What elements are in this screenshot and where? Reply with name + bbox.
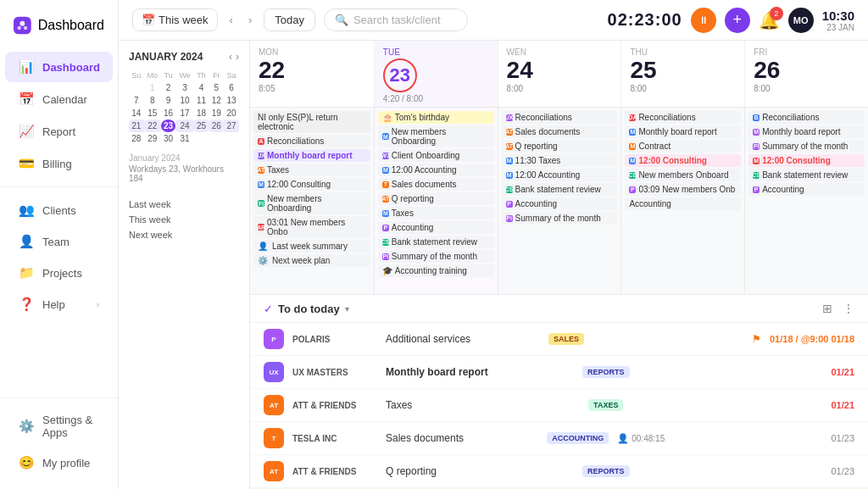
today-button[interactable]: Today <box>264 8 315 31</box>
mini-cal-next[interactable]: › <box>236 51 239 63</box>
cal-event[interactable]: M 12:00 Consulting <box>748 154 865 167</box>
cal-date[interactable]: 15 <box>144 107 161 119</box>
cal-event[interactable]: Accounting <box>625 197 741 210</box>
cal-event[interactable]: M Contract <box>625 140 741 153</box>
user-avatar[interactable]: MO <box>788 8 814 33</box>
cal-event[interactable]: FI New members Onboarding <box>253 192 370 214</box>
cal-event[interactable]: CS Bank statement review <box>378 236 494 248</box>
cal-event[interactable]: AT Taxes <box>253 164 370 176</box>
cal-date[interactable]: 29 <box>144 132 161 145</box>
notification-button[interactable]: 🔔 2 <box>759 10 780 31</box>
mini-cal-prev[interactable]: ‹ <box>229 51 232 63</box>
cal-date[interactable]: 17 <box>175 107 193 119</box>
cal-event[interactable]: M Monthly board report <box>625 125 741 138</box>
cal-event[interactable]: 🎓 Accounting training <box>378 264 494 277</box>
cal-event[interactable]: UX Reconciliations <box>502 111 618 124</box>
cal-date[interactable]: 27 <box>224 119 239 132</box>
cal-event[interactable]: B Reconciliations <box>748 111 865 124</box>
cal-event[interactable]: W1 Client Onboarding <box>378 149 494 162</box>
cal-date[interactable]: 24 <box>175 119 193 132</box>
cal-date[interactable]: 2 <box>161 81 176 94</box>
next-week-button[interactable]: › <box>245 12 255 28</box>
cal-event[interactable]: M Taxes <box>378 207 494 219</box>
cal-event[interactable]: P Accounting <box>748 183 865 196</box>
next-week-link[interactable]: Next week <box>129 227 239 242</box>
cal-event[interactable]: AT Q reporting <box>502 140 618 153</box>
cal-date[interactable]: 5 <box>209 81 224 94</box>
cal-date[interactable]: 14 <box>129 107 144 119</box>
sidebar-item-clients[interactable]: 👥 Clients <box>5 195 113 225</box>
cal-event[interactable]: M 11:30 Taxes <box>502 154 618 167</box>
sidebar-item-projects[interactable]: 📁 Projects <box>5 258 113 288</box>
cal-date[interactable]: 8 <box>144 94 161 107</box>
week-selector[interactable]: 📅 This week <box>132 8 218 31</box>
cal-event[interactable]: P Accounting <box>502 197 618 210</box>
cal-date[interactable] <box>129 81 144 94</box>
cal-date[interactable]: 28 <box>129 132 144 145</box>
prev-week-button[interactable]: ‹ <box>226 12 236 28</box>
cal-date-today[interactable]: 23 <box>161 119 176 132</box>
sidebar-item-profile[interactable]: 😊 My profile <box>5 447 113 478</box>
cal-event[interactable]: 🎂 Tom's birthday <box>378 111 494 124</box>
cal-date[interactable]: 4 <box>194 81 209 94</box>
add-button[interactable]: + <box>725 8 750 33</box>
cal-event[interactable]: PI Summary of the month <box>748 140 865 153</box>
cal-event[interactable]: M Monthly board report <box>748 125 865 138</box>
cal-date[interactable]: 13 <box>224 94 239 107</box>
cal-date[interactable]: 26 <box>209 119 224 132</box>
cal-date[interactable] <box>209 132 224 145</box>
cal-event[interactable]: A Reconciliations <box>253 135 370 147</box>
cal-date[interactable]: 25 <box>194 119 209 132</box>
cal-date[interactable]: 9 <box>161 94 176 107</box>
sidebar-item-dashboard[interactable]: 📊 Dashboard <box>5 52 113 82</box>
cal-date[interactable]: 11 <box>194 94 209 107</box>
cal-date[interactable]: 3 <box>175 81 193 94</box>
cal-event[interactable]: AR 03:01 New members Onbo <box>253 216 370 238</box>
cal-event[interactable]: PI Summary of the month <box>378 250 494 263</box>
cal-event[interactable]: M 12:00 Accounting <box>378 164 494 176</box>
cal-event[interactable]: CS Bank statement review <box>748 169 865 181</box>
cal-event[interactable]: CS New members Onboard <box>625 169 741 181</box>
search-bar[interactable]: 🔍 Search task/client <box>324 8 468 31</box>
cal-event[interactable]: M 12:00 Accounting <box>502 169 618 181</box>
sidebar-item-report[interactable]: 📈 Report <box>5 116 113 147</box>
cal-date[interactable]: 22 <box>144 119 161 132</box>
this-week-link[interactable]: This week <box>129 212 239 227</box>
sidebar-item-billing[interactable]: 💳 Billing <box>5 148 113 179</box>
cal-event[interactable]: PI Summary of the month <box>502 212 618 225</box>
filter-icon[interactable]: ⊞ <box>822 302 832 315</box>
cal-event[interactable]: NI only ES(P)L return electronic <box>253 111 370 133</box>
cal-event[interactable]: AT Sales documents <box>502 125 618 138</box>
cal-date[interactable]: 21 <box>129 119 144 132</box>
last-week-link[interactable]: Last week <box>129 197 239 212</box>
cal-event[interactable]: P 03:09 New members Onb <box>625 183 741 196</box>
cal-event[interactable]: ⚙️ Next week plan <box>253 254 370 267</box>
cal-date[interactable]: 20 <box>224 107 239 119</box>
sidebar-item-help[interactable]: ❓ Help › <box>5 289 113 320</box>
cal-event[interactable]: UX Monthly board report <box>253 149 370 162</box>
pause-button[interactable]: ⏸ <box>691 8 716 33</box>
cal-date[interactable]: 16 <box>161 107 176 119</box>
cal-date[interactable]: 19 <box>209 107 224 119</box>
cal-event[interactable]: P Accounting <box>378 221 494 234</box>
cal-event[interactable]: AT Q reporting <box>378 192 494 205</box>
cal-event[interactable]: M 12:00 Consulting <box>253 178 370 191</box>
cal-date[interactable]: 10 <box>175 94 193 107</box>
cal-event[interactable]: M 12:00 Consulting <box>625 154 741 167</box>
sidebar-item-team[interactable]: 👤 Team <box>5 226 113 257</box>
cal-event[interactable]: DA Reconciliations <box>625 111 741 124</box>
cal-event[interactable]: M New members Onboarding <box>378 125 494 147</box>
cal-date[interactable]: 12 <box>209 94 224 107</box>
cal-event[interactable]: T Sales documents <box>378 178 494 191</box>
cal-date[interactable] <box>224 132 239 145</box>
cal-date[interactable]: 18 <box>194 107 209 119</box>
more-icon[interactable]: ⋮ <box>843 302 854 315</box>
cal-date[interactable]: 31 <box>175 132 193 145</box>
todo-chevron-down[interactable]: ▾ <box>345 304 349 314</box>
cal-event[interactable]: CS Bank statement review <box>502 183 618 196</box>
cal-date[interactable]: 30 <box>161 132 176 145</box>
sidebar-item-settings[interactable]: ⚙️ Settings & Apps <box>5 406 113 447</box>
cal-date[interactable]: 7 <box>129 94 144 107</box>
cal-date[interactable]: 6 <box>224 81 239 94</box>
cal-date[interactable]: 1 <box>144 81 161 94</box>
